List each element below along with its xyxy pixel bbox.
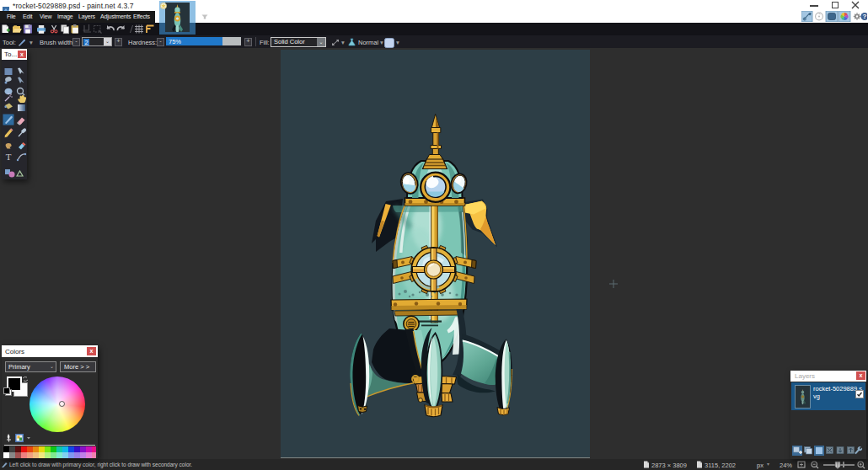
svg-text:?: ?	[863, 13, 867, 20]
svg-text:T: T	[6, 152, 12, 162]
